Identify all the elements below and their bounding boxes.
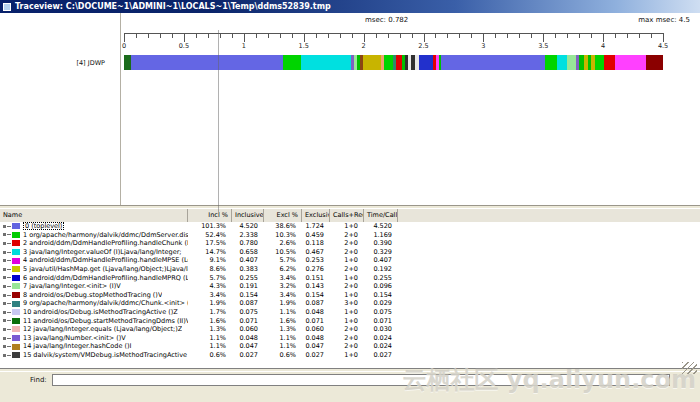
tree-line — [7, 320, 11, 321]
method-color-chip — [12, 223, 20, 229]
tree-line — [7, 346, 11, 347]
cell-excl_pct: 0.6% — [264, 351, 302, 360]
table-row[interactable]: 1 org/apache/harmony/dalvik/ddmc/DdmServ… — [0, 231, 700, 240]
cell-incl_pct: 3.4% — [188, 291, 232, 300]
method-color-chip — [12, 232, 20, 238]
find-input[interactable] — [52, 374, 670, 386]
max-msec-label: max msec: 4.5 — [638, 16, 690, 24]
trace-segment[interactable] — [301, 55, 351, 70]
table-row[interactable]: 8 android/os/Debug.stopMethodTracing ()V… — [0, 291, 700, 300]
title-bar[interactable]: Traceview: C:\DOCUME~1\ADMINI~1\LOCALS~1… — [0, 0, 700, 13]
table-row[interactable]: 15 dalvik/system/VMDebug.isMethodTracing… — [0, 351, 700, 360]
tree-expander-icon[interactable] — [3, 302, 6, 305]
trace-segment[interactable] — [384, 55, 393, 70]
trace-segment[interactable] — [131, 55, 283, 70]
cell-incl_pct: 1.6% — [188, 317, 232, 326]
column-header-calls-recu-[interactable]: Calls+Recu... — [330, 209, 364, 222]
cell-calls: 1+0 — [330, 308, 364, 317]
method-color-chip — [12, 249, 20, 255]
table-row[interactable]: 2 android/ddm/DdmHandleProfiling.handleC… — [0, 239, 700, 248]
trace-segment[interactable] — [557, 55, 567, 70]
cell-inclusive: 0.780 — [232, 239, 264, 248]
ruler-tick-label: 4 — [591, 42, 615, 50]
tree-line — [7, 252, 11, 253]
tree-expander-icon[interactable] — [3, 311, 6, 314]
cell-calls: 2+0 — [330, 342, 364, 351]
table-row[interactable]: 0 (toplevel)101.3%4.52038.6%1.7241+04.52… — [0, 222, 700, 231]
cell-exclusive: 0.048 — [302, 308, 330, 317]
tree-expander-icon[interactable] — [3, 233, 6, 236]
table-row[interactable]: 3 java/lang/Integer.valueOf (I)Ljava/lan… — [0, 248, 700, 257]
trace-segment[interactable] — [595, 55, 604, 70]
trace-segment[interactable] — [615, 55, 646, 70]
method-name: 14 java/lang/Integer.hashCode ()I — [23, 342, 132, 351]
tree-expander-icon[interactable] — [3, 251, 6, 254]
table-row[interactable]: 14 java/lang/Integer.hashCode ()I1.1%0.0… — [0, 342, 700, 351]
cell-time_per_call: 0.075 — [364, 308, 398, 317]
table-row[interactable]: 13 java/lang/Number.<init> ()V1.1%0.0481… — [0, 334, 700, 343]
table-row[interactable]: 4 android/ddm/DdmHandleProfiling.handleM… — [0, 256, 700, 265]
table-body[interactable]: 0 (toplevel)101.3%4.52038.6%1.7241+04.52… — [0, 222, 700, 369]
ruler-tick-label: 1 — [232, 42, 256, 50]
table-row[interactable]: 12 java/lang/Integer.equals (Ljava/lang/… — [0, 325, 700, 334]
trace-segment[interactable] — [363, 55, 381, 70]
tree-line — [7, 355, 11, 356]
cell-exclusive: 0.151 — [302, 274, 330, 283]
table-row[interactable]: 5 java/util/HashMap.get (Ljava/lang/Obje… — [0, 265, 700, 274]
table-row[interactable]: 9 org/apache/harmony/dalvik/ddmc/Chunk.<… — [0, 299, 700, 308]
trace-segment[interactable] — [646, 55, 663, 70]
cell-incl_pct: 4.3% — [188, 282, 232, 291]
table-row[interactable]: 6 android/ddm/DdmHandleProfiling.handleM… — [0, 274, 700, 283]
table-row[interactable]: 10 android/os/Debug.isMethodTracingActiv… — [0, 308, 700, 317]
cell-incl_pct: 101.3% — [188, 222, 232, 231]
trace-segment[interactable] — [124, 55, 131, 70]
trace-segment[interactable] — [567, 55, 576, 70]
tree-expander-icon[interactable] — [3, 259, 6, 262]
timeline-panel[interactable]: msec: 0.782 max msec: 4.5 00.511.522.533… — [0, 13, 700, 206]
column-header-excl-[interactable]: Excl % — [264, 209, 302, 222]
method-color-chip — [12, 240, 20, 246]
timeline-ruler[interactable]: 00.511.522.533.544.5 — [124, 33, 664, 51]
cell-time_per_call: 0.027 — [364, 351, 398, 360]
trace-bar[interactable] — [124, 55, 663, 70]
cell-calls: 1+0 — [330, 317, 364, 326]
cell-inclusive: 0.383 — [232, 265, 264, 274]
tree-line — [7, 329, 11, 330]
tree-expander-icon[interactable] — [3, 285, 6, 288]
tree-expander-icon[interactable] — [3, 268, 6, 271]
cell-exclusive: 0.253 — [302, 256, 330, 265]
cell-inclusive: 2.338 — [232, 231, 264, 240]
tree-expander-icon[interactable] — [3, 328, 6, 331]
trace-segment[interactable] — [545, 55, 557, 70]
column-header-exclusive[interactable]: Exclusive — [302, 209, 330, 222]
table-row[interactable]: 11 android/os/Debug.startMethodTracingDd… — [0, 317, 700, 326]
tree-expander-icon[interactable] — [3, 337, 6, 340]
tree-expander-icon[interactable] — [3, 242, 6, 245]
ruler-tick-label: 0.5 — [172, 42, 196, 50]
tree-expander-icon[interactable] — [3, 319, 6, 322]
tree-expander-icon[interactable] — [3, 345, 6, 348]
cell-incl_pct: 1.9% — [188, 299, 232, 308]
cell-excl_pct: 1.6% — [264, 317, 302, 326]
ruler-tick-label: 2 — [352, 42, 376, 50]
column-header-time-call[interactable]: Time/Call — [364, 209, 398, 222]
ruler-tick — [495, 34, 496, 38]
method-color-chip — [12, 335, 20, 341]
trace-segment[interactable] — [283, 55, 301, 70]
column-header-inclusive[interactable]: Inclusive — [232, 209, 264, 222]
trace-segment[interactable] — [441, 55, 545, 70]
tree-expander-icon[interactable] — [3, 276, 6, 279]
table-row[interactable]: 7 java/lang/Integer.<init> (I)V4.3%0.191… — [0, 282, 700, 291]
cell-exclusive: 0.143 — [302, 282, 330, 291]
resize-grip[interactable] — [682, 362, 697, 374]
column-header-incl-[interactable]: Incl % — [188, 209, 232, 222]
column-header-name[interactable]: Name — [0, 209, 188, 222]
tree-expander-icon[interactable] — [3, 354, 6, 357]
trace-segment[interactable] — [604, 55, 615, 70]
tree-expander-icon[interactable] — [3, 225, 6, 228]
table-header[interactable]: NameIncl %InclusiveExcl %ExclusiveCalls+… — [0, 208, 700, 223]
trace-segment[interactable] — [419, 55, 433, 70]
tree-expander-icon[interactable] — [3, 294, 6, 297]
cell-calls: 1+0 — [330, 351, 364, 360]
method-color-chip — [12, 266, 20, 272]
